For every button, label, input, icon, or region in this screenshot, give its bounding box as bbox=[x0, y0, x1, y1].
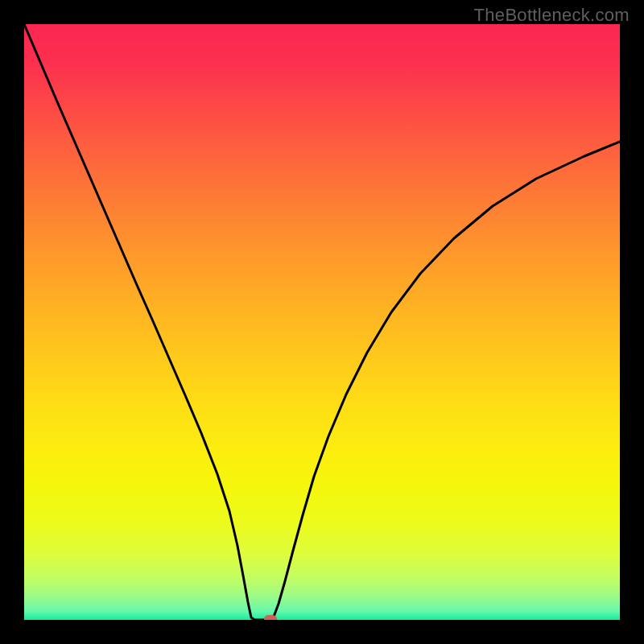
bottleneck-curve bbox=[24, 24, 620, 620]
optimal-marker bbox=[264, 615, 277, 620]
chart-frame: TheBottleneck.com bbox=[0, 0, 644, 644]
watermark-text: TheBottleneck.com bbox=[474, 5, 630, 26]
curve-path bbox=[24, 24, 620, 620]
plot-area bbox=[24, 24, 620, 620]
